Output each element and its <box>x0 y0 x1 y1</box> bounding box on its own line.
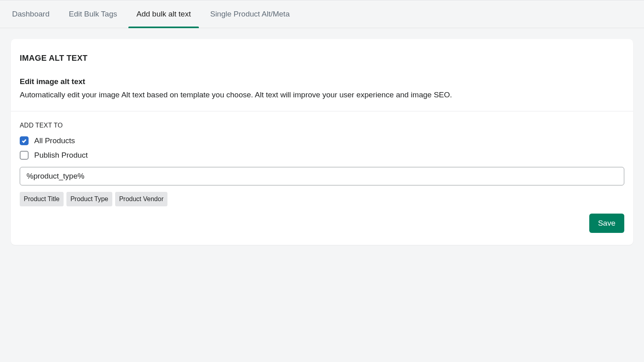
checkbox-publish-product[interactable]: Publish Product <box>20 151 624 160</box>
card-title: IMAGE ALT TEXT <box>20 53 624 63</box>
tab-single-product-alt-meta[interactable]: Single Product Alt/Meta <box>210 0 290 28</box>
card-header: IMAGE ALT TEXT Edit image alt text Autom… <box>11 39 633 111</box>
checkbox-label: Publish Product <box>34 151 88 160</box>
card-body: ADD TEXT TO All Products Publish Product… <box>11 111 633 245</box>
checkbox-icon-checked <box>20 136 29 145</box>
save-button[interactable]: Save <box>589 214 624 233</box>
token-product-type[interactable]: Product Type <box>66 192 112 206</box>
alt-text-template-input[interactable] <box>20 167 624 185</box>
checkbox-label: All Products <box>34 136 75 145</box>
tab-edit-bulk-tags[interactable]: Edit Bulk Tags <box>69 0 117 28</box>
image-alt-text-card: IMAGE ALT TEXT Edit image alt text Autom… <box>11 39 633 245</box>
actions-row: Save <box>20 214 624 233</box>
card-description: Automatically edit your image Alt text b… <box>20 89 624 101</box>
checkbox-all-products[interactable]: All Products <box>20 136 624 145</box>
add-text-to-label: ADD TEXT TO <box>20 122 624 129</box>
token-product-title[interactable]: Product Title <box>20 192 64 206</box>
token-product-vendor[interactable]: Product Vendor <box>115 192 167 206</box>
token-row: Product Title Product Type Product Vendo… <box>20 192 624 206</box>
tabs-bar: Dashboard Edit Bulk Tags Add bulk alt te… <box>0 0 644 28</box>
card-subtitle: Edit image alt text <box>20 77 624 86</box>
checkbox-icon-unchecked <box>20 151 29 160</box>
tab-add-bulk-alt-text[interactable]: Add bulk alt text <box>136 0 191 28</box>
tab-dashboard[interactable]: Dashboard <box>12 0 50 28</box>
